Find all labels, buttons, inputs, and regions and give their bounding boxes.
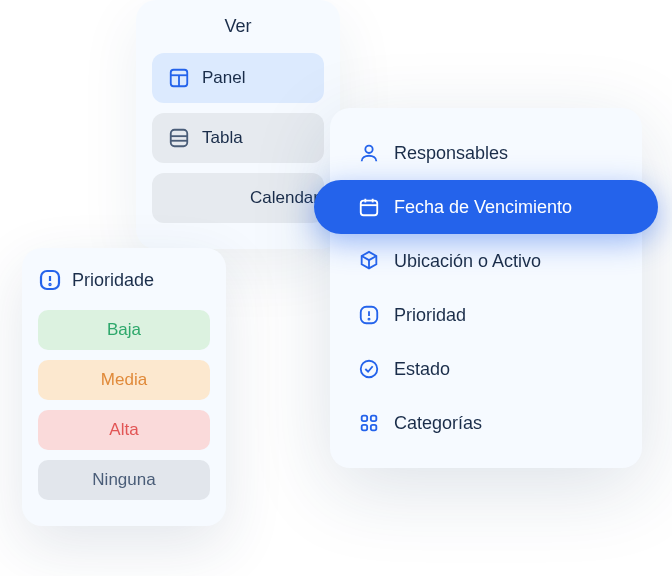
view-option-label: Tabla [202,128,243,148]
view-selector-panel: Ver Panel Tabla Calendario [136,0,340,249]
filter-item-label: Estado [394,359,450,380]
svg-rect-22 [371,425,377,431]
check-circle-icon [358,358,380,380]
svg-point-18 [361,361,378,378]
svg-rect-10 [361,201,378,216]
view-option-calendar[interactable]: Calendario [152,173,324,223]
priority-chip-alta[interactable]: Alta [38,410,210,450]
exclamation-icon [38,268,62,292]
svg-point-17 [368,319,369,320]
filter-item-label: Ubicación o Activo [394,251,541,272]
svg-rect-19 [362,416,368,422]
priority-chip-media[interactable]: Media [38,360,210,400]
filter-panel: Responsables Fecha de Vencimiento Ubicac… [330,108,642,468]
filter-item-label: Responsables [394,143,508,164]
priority-chip-ninguna[interactable]: Ninguna [38,460,210,500]
table-icon [168,127,190,149]
filter-item-ubicacion[interactable]: Ubicación o Activo [330,234,642,288]
grid-icon [358,412,380,434]
filter-item-estado[interactable]: Estado [330,342,642,396]
priority-chip-baja[interactable]: Baja [38,310,210,350]
filter-item-label: Fecha de Vencimiento [394,197,572,218]
priority-panel: Prioridade Baja Media Alta Ninguna [22,248,226,526]
filter-item-fecha[interactable]: Fecha de Vencimiento [314,180,658,234]
exclamation-icon [358,304,380,326]
priority-panel-title: Prioridade [72,270,154,291]
priority-panel-header: Prioridade [38,268,210,292]
view-option-label: Panel [202,68,245,88]
cube-icon [358,250,380,272]
calendar-icon [358,196,380,218]
filter-item-label: Prioridad [394,305,466,326]
svg-point-8 [49,284,50,285]
svg-rect-20 [371,416,377,422]
filter-item-categorias[interactable]: Categorías [330,396,642,450]
svg-point-9 [365,146,372,153]
user-icon [358,142,380,164]
view-option-panel[interactable]: Panel [152,53,324,103]
svg-rect-3 [171,130,188,147]
view-option-label: Calendario [202,188,324,208]
view-option-table[interactable]: Tabla [152,113,324,163]
view-selector-title: Ver [152,16,324,37]
layout-grid-icon [168,67,190,89]
svg-rect-21 [362,425,368,431]
filter-item-label: Categorías [394,413,482,434]
filter-item-responsables[interactable]: Responsables [330,126,642,180]
filter-item-prioridad[interactable]: Prioridad [330,288,642,342]
